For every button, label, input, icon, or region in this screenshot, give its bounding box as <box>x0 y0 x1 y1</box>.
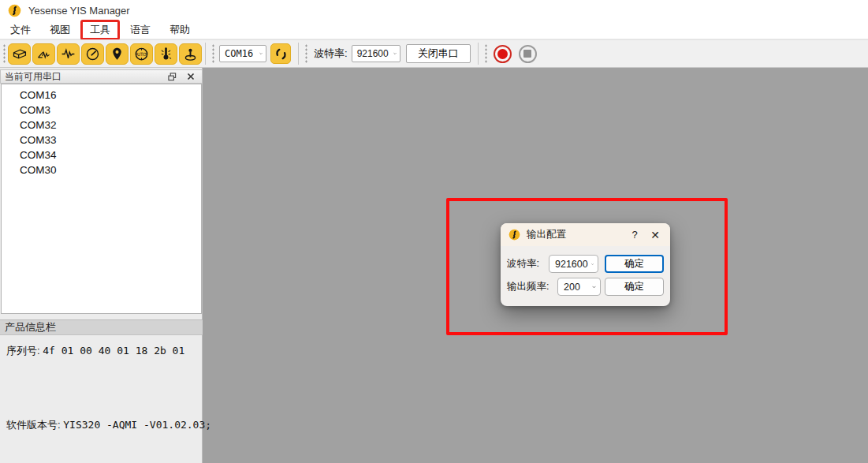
gauge-button[interactable] <box>81 43 104 65</box>
baud-rate-row: 波特率: 921600 确定 <box>501 255 670 273</box>
toolbar: UTC COM16 <box>0 39 868 68</box>
view-3d-button[interactable] <box>8 43 31 65</box>
dock-float-button[interactable] <box>166 71 178 82</box>
thermometer-icon <box>158 46 174 62</box>
port-list-item[interactable]: COM33 <box>2 133 201 147</box>
dock-header: 当前可用串口 <box>0 69 203 84</box>
angle-waveform-icon <box>35 46 52 62</box>
window-title: Yesense YIS Manager <box>28 5 130 17</box>
dialog-baud-label: 波特率: <box>507 255 539 273</box>
attitude-plot-button[interactable] <box>32 43 55 65</box>
dialog-title-bar: 输出配置 ? ✕ <box>501 223 670 246</box>
waveform-icon <box>60 46 76 62</box>
dialog-rate-confirm-button[interactable]: 确定 <box>605 278 664 296</box>
output-config-dialog: 输出配置 ? ✕ 波特率: 921600 确定 输出频率: 200 确定 <box>501 223 670 306</box>
port-select[interactable]: COM16 <box>219 45 266 62</box>
product-info-header: 产品信息栏 <box>0 319 203 335</box>
dialog-rate-label: 输出频率: <box>507 278 549 296</box>
menu-file[interactable]: 文件 <box>2 21 39 39</box>
utc-clock-icon: UTC <box>133 46 150 62</box>
joystick-icon <box>182 46 199 62</box>
menu-view[interactable]: 视图 <box>41 21 79 39</box>
location-button[interactable] <box>106 43 129 65</box>
stop-icon <box>523 50 531 58</box>
chevron-down-icon <box>389 51 397 56</box>
float-window-icon <box>168 73 177 81</box>
toolbar-separator <box>478 43 479 65</box>
port-list-item[interactable]: COM30 <box>2 162 201 177</box>
dialog-baud-select[interactable]: 921600 <box>549 255 598 273</box>
port-list-item[interactable]: COM16 <box>2 88 201 103</box>
chevron-down-icon <box>588 262 594 267</box>
port-list-item[interactable]: COM3 <box>2 103 201 118</box>
chevron-down-icon <box>255 51 263 56</box>
temperature-button[interactable] <box>155 43 177 65</box>
toolbar-drag-handle[interactable] <box>484 43 488 64</box>
port-select-value: COM16 <box>225 48 253 59</box>
serial-number-value: 4f 01 00 40 01 18 2b 01 <box>43 345 184 357</box>
menu-tools[interactable]: 工具 <box>80 20 120 40</box>
firmware-version-line: 软件版本号: YIS320 -AQMI -V01.02.03; <box>6 418 211 432</box>
baud-select[interactable]: 921600 <box>352 45 400 62</box>
dialog-rate-value: 200 <box>564 282 580 293</box>
gauge-icon <box>84 46 101 62</box>
baud-rate-label: 波特率: <box>314 47 348 61</box>
toolbar-drag-handle[interactable] <box>2 43 6 64</box>
app-logo-icon <box>8 4 21 17</box>
app-logo-icon <box>509 229 520 241</box>
toolbar-drag-handle[interactable] <box>211 43 215 64</box>
baud-select-value: 921600 <box>357 48 389 59</box>
cube-icon <box>11 46 28 62</box>
dock-title: 当前可用串口 <box>5 70 61 84</box>
dialog-help-button[interactable]: ? <box>626 229 643 241</box>
waveform-plot-button[interactable] <box>57 43 80 65</box>
svg-text:UTC: UTC <box>137 51 146 56</box>
chevron-down-icon <box>589 285 596 289</box>
port-list-item[interactable]: COM34 <box>2 147 201 162</box>
firmware-version-value: YIS320 -AQMI -V01.02.03; <box>63 419 211 431</box>
firmware-version-label: 软件版本号: <box>6 419 61 431</box>
close-icon <box>187 73 195 80</box>
serial-port-dock: 当前可用串口 COM16 COM3 COM32 COM33 COM34 COM3… <box>0 68 203 463</box>
dialog-baud-confirm-button[interactable]: 确定 <box>605 255 664 273</box>
serial-number-line: 序列号: 4f 01 00 40 01 18 2b 01 <box>6 344 184 358</box>
location-pin-icon <box>109 46 125 62</box>
record-icon <box>497 49 508 59</box>
close-serial-port-button[interactable]: 关闭串口 <box>406 44 471 63</box>
dialog-close-button[interactable]: ✕ <box>643 229 667 241</box>
refresh-ports-button[interactable] <box>270 43 291 64</box>
utc-time-button[interactable]: UTC <box>130 43 153 65</box>
menu-help[interactable]: 帮助 <box>161 21 199 39</box>
record-button[interactable] <box>494 45 512 63</box>
port-list-item[interactable]: COM32 <box>2 118 201 133</box>
dock-close-button[interactable] <box>184 71 197 82</box>
dialog-rate-select[interactable]: 200 <box>557 278 601 296</box>
serial-number-label: 序列号: <box>6 345 40 357</box>
title-bar: Yesense YIS Manager <box>0 0 868 21</box>
refresh-icon <box>274 47 288 61</box>
output-rate-row: 输出频率: 200 确定 <box>501 278 670 296</box>
dialog-title: 输出配置 <box>527 228 566 241</box>
dialog-baud-value: 921600 <box>555 259 588 270</box>
app-window: Yesense YIS Manager 文件 视图 工具 语言 帮助 <box>0 0 868 463</box>
toolbar-separator <box>205 43 206 65</box>
menu-language[interactable]: 语言 <box>121 21 159 39</box>
toolbar-drag-handle[interactable] <box>304 43 308 64</box>
toolbar-separator <box>298 43 299 65</box>
joystick-button[interactable] <box>179 43 202 65</box>
stop-button[interactable] <box>519 45 537 63</box>
menu-bar: 文件 视图 工具 语言 帮助 <box>0 21 868 39</box>
available-port-list: COM16 COM3 COM32 COM33 COM34 COM30 <box>1 84 202 314</box>
